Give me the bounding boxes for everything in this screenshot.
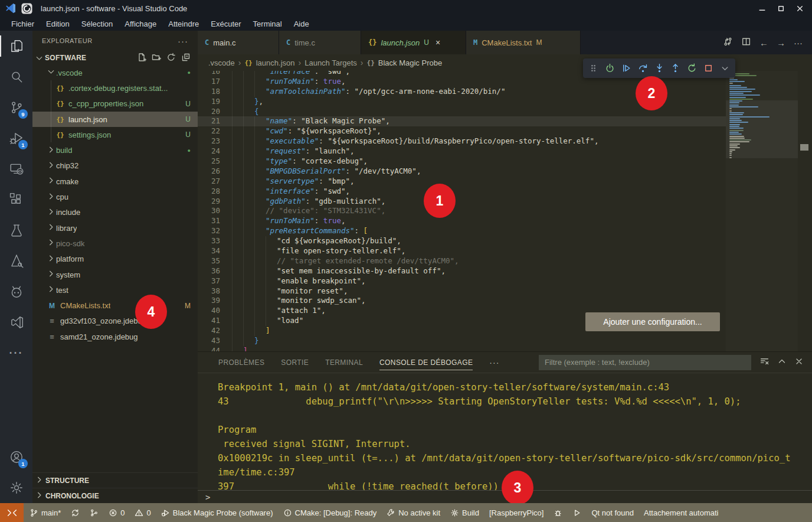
code-line[interactable]: 27"servertype": "bmp", — [198, 177, 726, 187]
maximize-button[interactable] — [773, 2, 788, 15]
menu-fichier[interactable]: Fichier — [6, 18, 40, 30]
activity-run-and-debug[interactable]: 1 — [0, 123, 32, 154]
continue-button[interactable] — [620, 60, 634, 76]
tree-item[interactable]: system — [32, 267, 198, 282]
power-button[interactable] — [603, 60, 617, 76]
tree-item[interactable]: platform — [32, 252, 198, 267]
status-git-branch[interactable]: main* — [30, 508, 61, 517]
section-header-software[interactable]: SOFTWARE — [32, 51, 198, 65]
refresh-button[interactable] — [166, 53, 176, 64]
tree-item[interactable]: cpu — [32, 189, 198, 204]
code-line[interactable]: 23"executable": "${workspaceRoot}/build/… — [198, 136, 726, 146]
status-debug-target[interactable]: Black Magic Probe (software) — [161, 508, 273, 517]
status-target[interactable]: [RaspberryPico] — [489, 508, 543, 517]
activity-extensions[interactable] — [0, 184, 32, 215]
editor-tab[interactable]: Cmain.c — [198, 31, 279, 54]
code-line[interactable]: 30// "device": "STM32L431VC", — [198, 206, 726, 216]
collapse-all-button[interactable] — [181, 53, 191, 64]
code-line[interactable]: 39"monitor swdp_scan", — [198, 296, 726, 306]
status-cmake-status[interactable]: CMake: [Debug]: Ready — [283, 508, 377, 517]
close-tab-icon[interactable]: × — [436, 38, 440, 47]
activity-account[interactable]: 1 — [0, 442, 32, 472]
activity-visual-studio[interactable] — [0, 307, 32, 338]
menu-affichage[interactable]: Affichage — [119, 18, 162, 30]
status-auto-attach[interactable]: Attachement automati — [644, 508, 718, 517]
activity-explorer[interactable] — [0, 31, 32, 61]
activity-platformio[interactable] — [0, 276, 32, 307]
tree-item[interactable]: MCMakeLists.txtM — [32, 298, 198, 313]
tree-item[interactable]: library — [32, 220, 198, 236]
menu-exécuter[interactable]: Exécuter — [205, 18, 246, 30]
navigate-back-button[interactable]: ← — [759, 38, 768, 48]
code-line[interactable]: 25"type": "cortex-debug", — [198, 156, 726, 167]
close-button[interactable] — [792, 2, 807, 15]
status-warnings[interactable]: 0 — [135, 508, 150, 517]
breadcrumb-item[interactable]: Black Magic Probe — [378, 58, 442, 67]
code-line[interactable]: 32"preRestartCommands": [ — [198, 226, 726, 236]
activity-test[interactable] — [0, 215, 32, 246]
clear-console-button[interactable] — [759, 356, 770, 368]
status-qt-status[interactable]: Qt not found — [591, 508, 634, 517]
code-line[interactable]: 36"set mem inaccessible-by-default off", — [198, 266, 726, 276]
restart-button[interactable] — [685, 60, 699, 76]
add-configuration-button[interactable]: Ajouter une configuration... — [585, 312, 720, 331]
editor-tab[interactable]: {}launch.jsonU× — [361, 31, 466, 54]
code-line[interactable]: 43} — [198, 336, 726, 346]
step-over-button[interactable] — [636, 60, 650, 76]
activity-source-control[interactable]: 9 — [0, 92, 32, 123]
tree-item[interactable]: test — [32, 282, 198, 298]
status-active-kit[interactable]: No active kit — [387, 508, 440, 517]
code-line[interactable]: 28"interface": "swd", — [198, 187, 726, 197]
tree-item[interactable]: {}launch.jsonU — [32, 112, 198, 127]
tree-item[interactable]: build● — [32, 142, 198, 158]
editor[interactable]: 16"interface": "swd",17"runToMain": true… — [198, 71, 812, 351]
breadcrumb-item[interactable]: .vscode — [208, 58, 235, 67]
new-file-button[interactable] — [137, 53, 146, 64]
tree-item[interactable]: pico-sdk — [32, 236, 198, 251]
breadcrumb-item[interactable]: Launch Targets — [304, 58, 357, 67]
scrollbar-thumb[interactable] — [800, 144, 808, 151]
tree-item[interactable]: ≡samd21_ozone.jdebug — [32, 329, 198, 344]
status-source-graph[interactable] — [90, 508, 99, 517]
stop-button[interactable] — [701, 60, 715, 76]
drag-handle[interactable] — [587, 60, 601, 76]
minimize-button[interactable] — [754, 2, 770, 15]
menu-sélection[interactable]: Sélection — [76, 18, 118, 30]
code-line[interactable]: 37"enable breakpoint", — [198, 276, 726, 286]
tree-item[interactable]: {}.cortex-debug.registers.stat... — [32, 80, 198, 96]
panel-tab-console-de-d-bogage[interactable]: CONSOLE DE DÉBOGAGE — [379, 352, 473, 373]
close-panel-button[interactable] — [794, 357, 804, 368]
tree-item[interactable]: include — [32, 205, 198, 220]
menu-atteindre[interactable]: Atteindre — [163, 18, 204, 30]
status-sync[interactable] — [71, 508, 80, 517]
activity-remote-explorer[interactable] — [0, 154, 32, 184]
more-chevron[interactable] — [718, 60, 732, 76]
new-folder-button[interactable] — [152, 53, 161, 64]
code-line[interactable]: 31"runToMain": true, — [198, 216, 726, 226]
tree-item[interactable]: .vscode● — [32, 65, 198, 80]
minimap[interactable] — [726, 71, 798, 351]
panel-tab-terminal[interactable]: TERMINAL — [325, 352, 363, 373]
editor-scrollbar[interactable] — [798, 71, 812, 351]
activity-settings[interactable] — [0, 472, 32, 503]
activity-more[interactable]: ··· — [0, 338, 32, 368]
code-line[interactable]: 29"gdbPath": "gdb-multiarch", — [198, 197, 726, 207]
section-header-chronologie[interactable]: CHRONOLOGIE — [32, 488, 198, 503]
remote-indicator[interactable] — [0, 503, 24, 522]
panel-tab-probl-mes[interactable]: PROBLÈMES — [218, 352, 264, 373]
panel-tab-sortie[interactable]: SORTIE — [281, 352, 309, 373]
maximize-panel-button[interactable] — [777, 357, 787, 368]
code-line[interactable]: 24"request": "launch", — [198, 146, 726, 156]
code-line[interactable]: 35// "target extended-remote /dev/ttyACM… — [198, 256, 726, 266]
code-line[interactable]: 33"cd ${workspaceRoot}/build", — [198, 236, 726, 246]
code-line[interactable]: 26"BMPGDBSerialPort": "/dev/ttyACM0", — [198, 167, 726, 177]
editor-tab[interactable]: Ctime.c — [279, 31, 361, 54]
status-debug-bug[interactable] — [554, 508, 562, 517]
code-line[interactable]: 38"monitor reset", — [198, 286, 726, 296]
tree-item[interactable]: ≡gd32vf103_ozone.jdebug — [32, 314, 198, 329]
status-errors[interactable]: 0 — [109, 508, 125, 517]
panel-more-icon[interactable]: ··· — [489, 358, 499, 367]
step-out-button[interactable] — [669, 60, 683, 76]
debug-filter-input[interactable] — [539, 355, 751, 370]
code-line[interactable]: 22"cwd": "${workspaceRoot}", — [198, 126, 726, 136]
